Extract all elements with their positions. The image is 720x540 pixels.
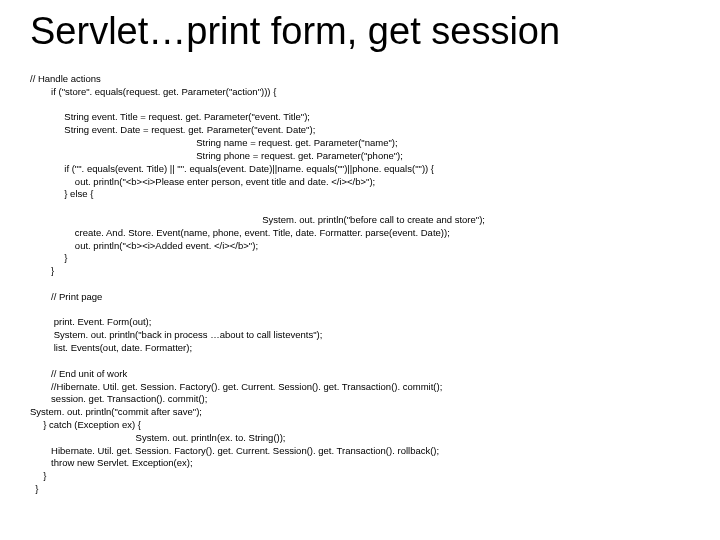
code-block: // Handle actions if ("store". equals(re…	[30, 73, 690, 496]
page-title: Servlet…print form, get session	[30, 10, 690, 53]
slide: Servlet…print form, get session // Handl…	[0, 0, 720, 540]
